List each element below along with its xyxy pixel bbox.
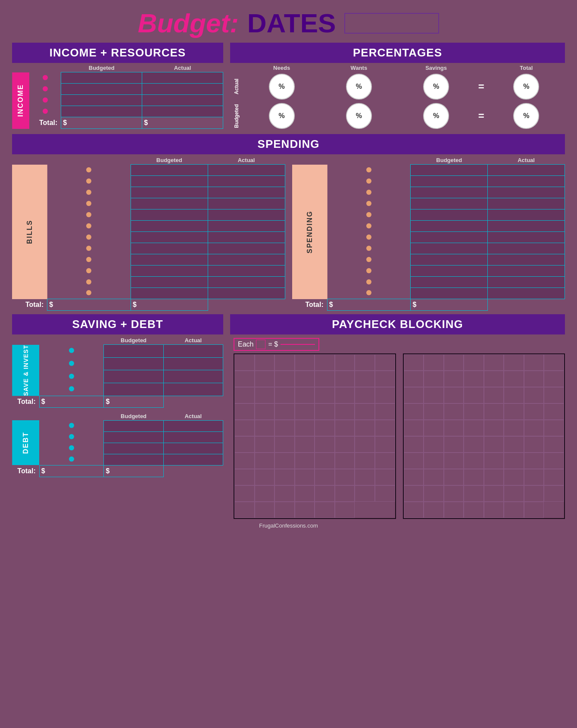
bills-budgeted-3[interactable] [131,187,208,198]
debt-actual-2[interactable] [163,431,223,443]
paycheck-small-square[interactable] [256,340,265,349]
date-input-box[interactable] [344,13,439,34]
grid-cell[interactable] [375,403,395,420]
grid-cell[interactable] [524,469,544,485]
bills-actual-11[interactable] [208,277,285,288]
grid-cell[interactable] [484,485,504,502]
grid-cell[interactable] [335,502,355,518]
bills-budgeted-7[interactable] [131,232,208,243]
grid-cell[interactable] [234,387,255,403]
grid-cell[interactable] [544,387,564,403]
grid-cell[interactable] [255,420,275,436]
grid-cell[interactable] [234,502,255,518]
grid-cell[interactable] [315,453,335,469]
grid-cell[interactable] [274,453,295,469]
grid-cell[interactable] [504,469,524,485]
grid-cell[interactable] [295,403,315,420]
grid-cell[interactable] [504,403,524,420]
paycheck-grid-right[interactable] [403,353,565,519]
grid-cell[interactable] [484,354,504,371]
grid-cell[interactable] [524,502,544,518]
grid-cell[interactable] [544,371,564,387]
grid-cell[interactable] [444,371,464,387]
spending-actual-7[interactable] [488,232,565,243]
grid-cell[interactable] [315,485,335,502]
grid-cell[interactable] [255,387,275,403]
grid-cell[interactable] [544,469,564,485]
grid-cell[interactable] [444,469,464,485]
debt-budgeted-2[interactable] [104,431,163,443]
bills-budgeted-10[interactable] [131,266,208,277]
bills-actual-3[interactable] [208,187,285,198]
grid-cell[interactable] [544,403,564,420]
grid-cell[interactable] [355,354,375,371]
bills-budgeted-8[interactable] [131,243,208,254]
perc-budgeted-wants[interactable]: % [320,101,397,131]
grid-cell[interactable] [355,420,375,436]
grid-cell[interactable] [404,387,424,403]
grid-cell[interactable] [274,387,295,403]
debt-actual-3[interactable] [163,443,223,454]
grid-cell[interactable] [504,371,524,387]
grid-cell[interactable] [544,453,564,469]
debt-actual-4[interactable] [163,454,223,465]
grid-cell[interactable] [444,453,464,469]
grid-cell[interactable] [234,485,255,502]
grid-cell[interactable] [404,502,424,518]
grid-cell[interactable] [355,403,375,420]
grid-cell[interactable] [295,420,315,436]
grid-cell[interactable] [424,420,444,436]
spending-actual-12[interactable] [488,288,565,299]
bills-budgeted-12[interactable] [131,288,208,299]
grid-cell[interactable] [464,371,484,387]
grid-cell[interactable] [504,354,524,371]
spending-budgeted-7[interactable] [411,232,488,243]
grid-cell[interactable] [274,436,295,453]
grid-cell[interactable] [335,387,355,403]
grid-cell[interactable] [375,387,395,403]
grid-cell[interactable] [544,485,564,502]
grid-cell[interactable] [404,436,424,453]
grid-cell[interactable] [274,403,295,420]
save-invest-budgeted-4[interactable] [104,383,163,396]
grid-cell[interactable] [544,354,564,371]
spending-actual-5[interactable] [488,209,565,221]
grid-cell[interactable] [295,354,315,371]
grid-cell[interactable] [424,387,444,403]
grid-cell[interactable] [524,485,544,502]
bills-actual-8[interactable] [208,243,285,254]
grid-cell[interactable] [375,420,395,436]
grid-cell[interactable] [444,403,464,420]
spending-budgeted-2[interactable] [411,176,488,187]
grid-cell[interactable] [355,469,375,485]
grid-cell[interactable] [444,436,464,453]
grid-cell[interactable] [255,502,275,518]
grid-cell[interactable] [464,453,484,469]
grid-cell[interactable] [355,436,375,453]
spending-actual-8[interactable] [488,243,565,254]
grid-cell[interactable] [375,453,395,469]
grid-cell[interactable] [404,420,424,436]
grid-cell[interactable] [234,403,255,420]
grid-cell[interactable] [234,453,255,469]
grid-cell[interactable] [295,453,315,469]
save-invest-actual-2[interactable] [163,357,223,370]
grid-cell[interactable] [484,387,504,403]
bills-actual-7[interactable] [208,232,285,243]
grid-cell[interactable] [444,485,464,502]
spending-budgeted-12[interactable] [411,288,488,299]
grid-cell[interactable] [255,436,275,453]
grid-cell[interactable] [315,387,335,403]
grid-cell[interactable] [424,469,444,485]
bills-budgeted-6[interactable] [131,221,208,232]
grid-cell[interactable] [504,436,524,453]
grid-cell[interactable] [335,453,355,469]
grid-cell[interactable] [355,371,375,387]
spending-actual-2[interactable] [488,176,565,187]
grid-cell[interactable] [424,453,444,469]
grid-cell[interactable] [464,387,484,403]
grid-cell[interactable] [315,354,335,371]
grid-cell[interactable] [335,436,355,453]
paycheck-grid-left[interactable] [234,353,396,519]
perc-budgeted-total[interactable]: % [488,101,565,131]
